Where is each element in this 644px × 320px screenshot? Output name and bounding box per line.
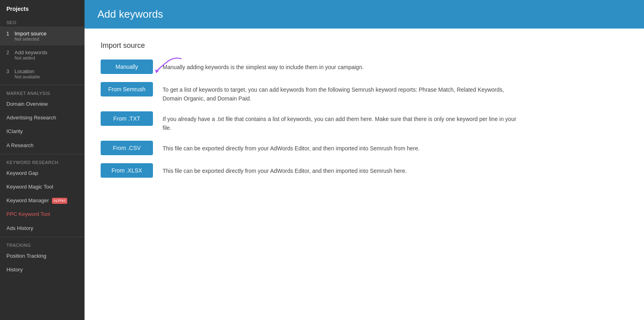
sidebar-item-ppc-keyword-tool[interactable]: PPC Keyword Tool [0,207,85,221]
sidebar-item-iclarity[interactable]: IClarity [0,125,85,138]
xlsx-description: This file can be exported directly from … [163,163,407,175]
sidebar-item-label: Advertising Research [6,115,56,121]
import-option-xlsx: From .XLSX This file can be exported dir… [101,163,628,178]
sidebar-item-label: Keyword Gap [6,170,38,176]
sidebar-item-position-tracking[interactable]: Position Tracking [0,249,85,263]
sidebar-item-label: History [6,267,23,273]
import-option-semrush: From Semrush To get a list of keywords t… [101,82,628,103]
alpha-badge: alpha [52,198,67,204]
sidebar-item-label: A Research [6,142,33,148]
sidebar-item-advertising-research[interactable]: Advertising Research [0,111,85,125]
wizard-step-2-number: 2 [6,50,11,55]
sidebar-item-ads-history[interactable]: Ads History [0,222,85,235]
main-header: Add keywords [85,0,644,29]
page-title: Add keywords [97,8,631,21]
market-analysis-label: MARKET ANALYSIS [0,87,85,97]
wizard-step-3-subtitle: Not available [14,74,40,79]
csv-description: This file can be exported directly from … [163,141,420,153]
wizard-step-1-subtitle: Not selected [14,37,46,41]
wizard-step-3-number: 3 [6,69,11,74]
manually-button[interactable]: Manually [101,59,153,74]
wizard-step-2[interactable]: 2 Add keywords Not added [0,45,85,64]
manually-description: Manually adding keywords is the simplest… [163,59,364,72]
sidebar-item-a-research[interactable]: A Research [0,139,85,152]
wizard-step-1[interactable]: 1 Import source Not selected [0,27,85,45]
keyword-research-label: KEYWORD RESEARCH [0,156,85,166]
wizard-step-3[interactable]: 3 Location Not available [0,64,85,83]
semrush-description: To get a list of keywords to target, you… [163,82,525,103]
sidebar-item-label: Domain Overview [6,101,48,107]
sidebar-item-domain-overview[interactable]: Domain Overview [0,97,85,111]
sidebar-item-label: IClarity [6,128,23,134]
sidebar-divider-3 [0,237,85,237]
wizard-step-3-title: Location [14,68,40,74]
sidebar-item-label: PPC Keyword Tool [6,211,50,217]
svg-marker-0 [155,70,159,73]
sidebar-seo-label: SEO [0,16,85,27]
txt-description: If you already have a .txt file that con… [163,111,525,133]
sidebar-divider-1 [0,85,85,85]
sidebar-item-keyword-gap[interactable]: Keyword Gap [0,166,85,180]
from-txt-button[interactable]: From .TXT [101,111,153,126]
sidebar: Projects SEO 1 Import source Not selecte… [0,0,85,320]
sidebar-item-keyword-magic-tool[interactable]: Keyword Magic Tool [0,180,85,194]
main-content: Add keywords Import source Manually Manu… [85,0,644,320]
import-option-csv: From .CSV This file can be exported dire… [101,141,628,155]
import-source-title: Import source [101,41,628,50]
wizard-step-2-title: Add keywords [14,49,47,55]
tracking-label: TRACKING [0,239,85,249]
import-option-txt: From .TXT If you already have a .txt fil… [101,111,628,133]
import-option-manually: Manually Manually adding keywords is the… [101,59,628,74]
sidebar-item-label: Ads History [6,225,33,231]
sidebar-item-label: Position Tracking [6,253,46,259]
wizard-steps: 1 Import source Not selected 2 Add keywo… [0,27,85,83]
wizard-step-2-subtitle: Not added [14,55,47,60]
from-semrush-button[interactable]: From Semrush [101,82,153,96]
from-csv-button[interactable]: From .CSV [101,141,153,155]
sidebar-item-history[interactable]: History [0,263,85,277]
sidebar-item-label: Keyword Magic Tool [6,184,53,190]
sidebar-projects-label[interactable]: Projects [0,0,85,16]
import-options: Manually Manually adding keywords is the… [101,59,628,178]
sidebar-item-label: Keyword Manager [6,197,49,203]
wizard-step-1-number: 1 [6,31,11,37]
from-xlsx-button[interactable]: From .XLSX [101,163,153,178]
main-body: Import source Manually Manually adding k… [85,29,644,320]
sidebar-divider-2 [0,154,85,154]
wizard-step-1-title: Import source [14,31,46,37]
sidebar-item-keyword-manager[interactable]: Keyword Manager alpha [0,194,85,207]
